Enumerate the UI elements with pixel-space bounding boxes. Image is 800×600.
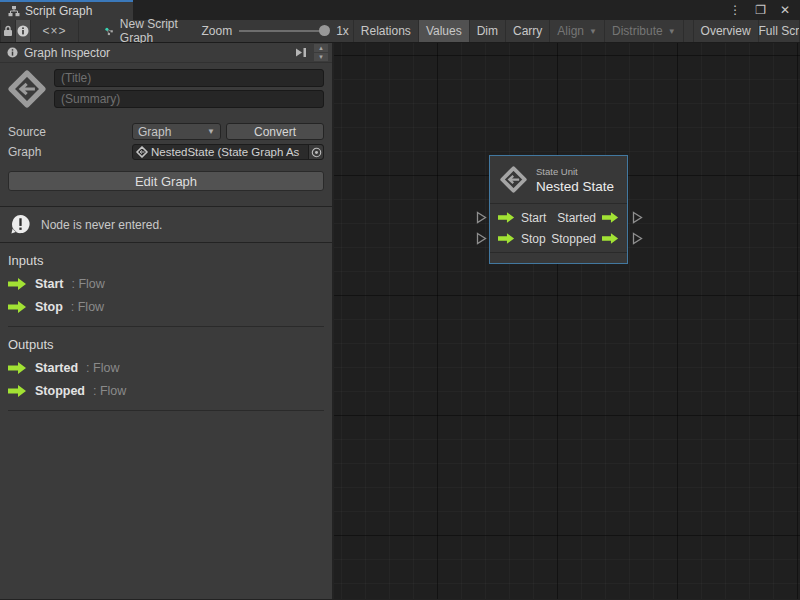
input-port-label: Start bbox=[521, 211, 546, 225]
list-item: Stop : Flow bbox=[8, 300, 324, 314]
zoom-label: Zoom bbox=[201, 24, 232, 38]
nested-state-node[interactable]: State Unit Nested State Start Started bbox=[489, 155, 628, 264]
connect-handle-icon[interactable] bbox=[632, 211, 643, 224]
section-divider bbox=[8, 410, 324, 411]
inspector-title: Graph Inspector bbox=[24, 46, 110, 60]
port-type: : Flow bbox=[71, 277, 104, 291]
new-script-graph-button[interactable]: New Script Graph bbox=[99, 20, 185, 42]
port-name: Stopped bbox=[35, 384, 85, 398]
flow-out-port-icon[interactable] bbox=[602, 212, 619, 223]
overview-label: Overview bbox=[701, 24, 751, 38]
scroll-down-icon[interactable]: ▼ bbox=[314, 53, 328, 61]
convert-button[interactable]: Convert bbox=[226, 123, 324, 140]
state-unit-icon bbox=[8, 70, 46, 108]
tab-script-graph[interactable]: Script Graph bbox=[0, 0, 133, 20]
port-name: Started bbox=[35, 361, 78, 375]
node-kind: State Unit bbox=[536, 166, 614, 177]
flow-in-port-icon[interactable] bbox=[498, 212, 515, 223]
chevron-down-icon: ▼ bbox=[668, 27, 676, 36]
node-port-row: Start Started bbox=[490, 207, 627, 228]
fullscreen-button[interactable]: Full Scr bbox=[759, 20, 800, 42]
relations-button[interactable]: Relations bbox=[353, 20, 419, 42]
port-type: : Flow bbox=[93, 384, 126, 398]
zoom-slider[interactable] bbox=[239, 30, 329, 32]
flow-arrow-icon bbox=[8, 362, 27, 374]
node-header[interactable]: State Unit Nested State bbox=[490, 156, 627, 204]
source-dropdown-value: Graph bbox=[138, 125, 202, 139]
graph-title-input[interactable] bbox=[54, 69, 324, 87]
distribute-button[interactable]: Distribute ▼ bbox=[605, 20, 684, 42]
source-label: Source bbox=[8, 125, 132, 139]
fullscreen-label: Full Scr bbox=[759, 24, 800, 38]
graph-inspector-panel: Graph Inspector ▲ ▼ Source bbox=[0, 43, 334, 599]
inspector-header: Graph Inspector ▲ ▼ bbox=[0, 43, 332, 63]
window-menu-icon[interactable]: ⋮ bbox=[729, 4, 741, 16]
values-button[interactable]: Values bbox=[419, 20, 470, 42]
connect-handle-icon[interactable] bbox=[632, 232, 643, 245]
graph-icon bbox=[105, 25, 114, 38]
list-item: Start : Flow bbox=[8, 277, 324, 291]
window-maximize-icon[interactable]: ❐ bbox=[755, 4, 766, 16]
graph-label: Graph bbox=[8, 145, 132, 159]
flow-out-port-icon[interactable] bbox=[602, 233, 619, 244]
relations-label: Relations bbox=[361, 24, 411, 38]
graph-canvas[interactable]: State Unit Nested State Start Started bbox=[334, 43, 800, 599]
node-title: Nested State bbox=[536, 179, 614, 194]
output-port-label: Stopped bbox=[551, 232, 596, 246]
dock-panel-icon[interactable] bbox=[294, 47, 308, 58]
graph-object-value: NestedState (State Graph As bbox=[151, 146, 305, 158]
connect-handle-icon[interactable] bbox=[476, 232, 487, 245]
lock-button[interactable] bbox=[0, 20, 16, 42]
zoom-slider-handle[interactable] bbox=[319, 25, 330, 36]
graph-summary-input[interactable] bbox=[54, 90, 324, 108]
info-icon bbox=[7, 47, 18, 58]
flow-arrow-icon bbox=[8, 278, 27, 290]
object-picker-icon bbox=[311, 147, 322, 158]
object-picker-button[interactable] bbox=[308, 145, 323, 159]
warning-box: Node is never entered. bbox=[0, 206, 332, 243]
node-footer bbox=[490, 252, 627, 263]
tabbar-spacer bbox=[133, 0, 719, 20]
port-name: Stop bbox=[35, 300, 63, 314]
flow-in-port-icon[interactable] bbox=[498, 233, 515, 244]
graph-object-field[interactable]: NestedState (State Graph As bbox=[132, 144, 324, 160]
port-name: Start bbox=[35, 277, 63, 291]
port-type: : Flow bbox=[86, 361, 119, 375]
outputs-header: Outputs bbox=[8, 337, 324, 352]
panel-scrollbar[interactable]: ▲ ▼ bbox=[314, 44, 328, 61]
dim-button[interactable]: Dim bbox=[470, 20, 506, 42]
align-label: Align bbox=[557, 24, 584, 38]
window-close-icon[interactable]: ✕ bbox=[780, 4, 790, 16]
inputs-header: Inputs bbox=[8, 253, 324, 268]
zoom-value: 1x bbox=[336, 24, 349, 38]
edit-graph-button[interactable]: Edit Graph bbox=[8, 171, 324, 191]
output-port-label: Started bbox=[557, 211, 596, 225]
list-item: Started : Flow bbox=[8, 361, 324, 375]
warning-text: Node is never entered. bbox=[41, 218, 162, 232]
carry-button[interactable]: Carry bbox=[506, 20, 550, 42]
connect-handle-icon[interactable] bbox=[476, 211, 487, 224]
carry-label: Carry bbox=[513, 24, 542, 38]
align-button[interactable]: Align ▼ bbox=[550, 20, 605, 42]
code-view-button[interactable]: <×> bbox=[31, 20, 79, 42]
info-icon bbox=[17, 25, 29, 37]
tab-title: Script Graph bbox=[25, 4, 92, 18]
flow-arrow-icon bbox=[8, 385, 27, 397]
inputs-section: Inputs Start : Flow Stop : Flow bbox=[0, 243, 332, 327]
scroll-up-icon[interactable]: ▲ bbox=[314, 44, 328, 52]
lock-icon bbox=[3, 25, 13, 37]
code-icon: <×> bbox=[42, 24, 66, 38]
inspector-toggle-button[interactable] bbox=[16, 20, 31, 42]
source-dropdown[interactable]: Graph ▼ bbox=[132, 123, 221, 140]
list-item: Stopped : Flow bbox=[8, 384, 324, 398]
state-graph-icon bbox=[136, 146, 148, 158]
graph-title-block bbox=[0, 63, 332, 108]
edit-graph-label: Edit Graph bbox=[135, 174, 197, 189]
chevron-down-icon: ▼ bbox=[207, 127, 215, 136]
hierarchy-icon bbox=[8, 6, 20, 17]
warning-bubble-icon bbox=[9, 213, 32, 236]
dim-label: Dim bbox=[477, 24, 498, 38]
flow-arrow-icon bbox=[8, 301, 27, 313]
overview-button[interactable]: Overview bbox=[693, 20, 759, 42]
port-type: : Flow bbox=[71, 300, 104, 314]
